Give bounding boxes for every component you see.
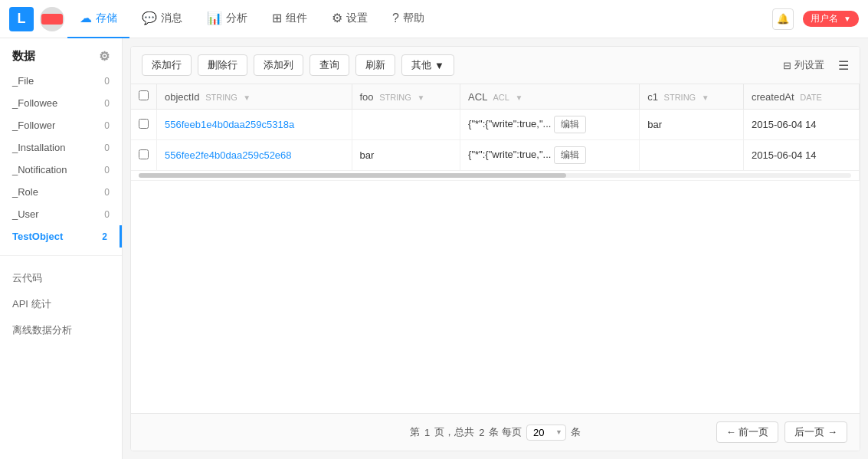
query-button[interactable]: 查询 [310, 54, 349, 76]
main-layout: 数据 ⚙ _File 0 _Followee 0 _Follower 0 _In… [0, 38, 868, 459]
menu-list-icon[interactable]: ☰ [838, 58, 849, 73]
col-foo-type: STRING [379, 93, 411, 102]
row2-checkbox[interactable] [139, 149, 149, 159]
nav-component[interactable]: ⊞ 组件 [260, 0, 319, 38]
toolbar-right: ⊟ 列设置 ☰ [775, 55, 849, 75]
sidebar-item-notification-label: _Notification [12, 164, 67, 175]
chevron-down-icon: ▼ [843, 15, 851, 23]
sidebar-item-user[interactable]: _User 0 [0, 203, 122, 225]
col-acl-type: ACL [493, 93, 509, 102]
sidebar-item-followee[interactable]: _Followee 0 [0, 92, 122, 114]
table-header-row: objectId STRING ▼ foo STRING ▼ ACL ACL [131, 84, 860, 110]
sidebar-item-testobject[interactable]: TestObject 2 [0, 225, 122, 248]
row1-objectid[interactable]: 556feeb1e4b0daa259c5318a [157, 110, 352, 140]
table-row: 556fee2fe4b0daa259c52e68 bar {"*":{"writ… [131, 140, 860, 171]
select-all-checkbox[interactable] [139, 90, 149, 100]
sidebar-cloudcode[interactable]: 云代码 [0, 264, 122, 290]
notification-bell[interactable]: 🔔 [772, 8, 794, 30]
current-page: 1 [424, 427, 430, 438]
page-text-prefix: 第 [410, 425, 420, 439]
column-settings-button[interactable]: ⊟ 列设置 [775, 55, 832, 75]
sidebar-item-follower[interactable]: _Follower 0 [0, 114, 122, 136]
nav-analytics[interactable]: 📊 分析 [195, 0, 260, 38]
sidebar-header: 数据 ⚙ [0, 38, 122, 70]
nav-help-label: 帮助 [403, 11, 424, 25]
prev-page-button[interactable]: ← 前一页 [716, 421, 779, 443]
sidebar-offline-analytics[interactable]: 离线数据分析 [0, 316, 122, 342]
nav-storage[interactable]: ☁ 存储 [67, 0, 129, 38]
sidebar-item-notification-count: 0 [104, 165, 110, 175]
delete-row-button[interactable]: 删除行 [198, 54, 247, 76]
row2-acl-edit-button[interactable]: 编辑 [554, 146, 586, 164]
sidebar-item-file-count: 0 [104, 76, 110, 87]
row1-createdat: 2015-06-04 14 [744, 110, 860, 140]
nav-right: 🔔 用户名 ▼ [772, 8, 859, 30]
next-page-button[interactable]: 后一页 → [784, 421, 847, 443]
row1-acl-edit-button[interactable]: 编辑 [554, 116, 586, 133]
nav-message[interactable]: 💬 消息 [129, 0, 195, 38]
per-page-select[interactable]: 20 50 100 [526, 425, 566, 441]
bell-icon: 🔔 [777, 13, 789, 25]
toolbar: 添加行 删除行 添加列 查询 刷新 其他 ▼ ⊟ 列设置 ☰ [131, 47, 860, 84]
row1-foo [352, 110, 460, 140]
app-logo: L [9, 7, 34, 31]
col-c1-label: c1 [647, 91, 658, 103]
add-col-button[interactable]: 添加列 [254, 54, 303, 76]
scrollbar-row [131, 171, 860, 181]
other-button[interactable]: 其他 ▼ [401, 54, 454, 76]
sidebar-gear-icon[interactable]: ⚙ [99, 49, 110, 64]
page-text-suffix2: 条 [571, 425, 581, 439]
col-acl-label: ACL [468, 91, 487, 103]
page-text-suffix1: 条 每页 [489, 425, 522, 439]
sidebar-item-follower-count: 0 [104, 120, 110, 131]
col-foo-sort-icon[interactable]: ▼ [417, 93, 424, 102]
page-text-middle: 页，总共 [434, 425, 474, 439]
table-wrapper: objectId STRING ▼ foo STRING ▼ ACL ACL [131, 84, 860, 413]
sidebar: 数据 ⚙ _File 0 _Followee 0 _Follower 0 _In… [0, 38, 123, 459]
nav-help[interactable]: ? 帮助 [380, 0, 437, 38]
scrollbar-thumb [139, 173, 566, 178]
th-c1: c1 STRING ▼ [640, 84, 744, 110]
table-row: 556feeb1e4b0daa259c5318a {"*":{"write":t… [131, 110, 860, 140]
user-badge[interactable]: 用户名 ▼ [803, 11, 859, 27]
sidebar-item-file[interactable]: _File 0 [0, 70, 122, 92]
add-row-button[interactable]: 添加行 [142, 54, 192, 76]
row2-objectid[interactable]: 556fee2fe4b0daa259c52e68 [157, 140, 352, 171]
row1-checkbox[interactable] [139, 119, 149, 129]
user-avatar[interactable] [40, 7, 64, 31]
th-foo: foo STRING ▼ [352, 84, 460, 110]
col-objectid-sort-icon[interactable]: ▼ [243, 93, 251, 102]
refresh-button[interactable]: 刷新 [355, 54, 395, 76]
chart-icon: 📊 [207, 11, 222, 25]
col-c1-sort-icon[interactable]: ▼ [702, 93, 709, 102]
col-c1-type: STRING [664, 93, 696, 102]
sidebar-item-follower-label: _Follower [12, 120, 55, 131]
total-count: 2 [479, 427, 484, 438]
row1-acl-value: {"*":{"write":true,"... [468, 118, 551, 130]
dropdown-arrow-icon: ▼ [434, 60, 444, 71]
sidebar-item-followee-count: 0 [104, 98, 110, 109]
row1-c1: bar [640, 110, 744, 140]
data-table: objectId STRING ▼ foo STRING ▼ ACL ACL [131, 84, 860, 181]
col-objectid-type: STRING [205, 93, 237, 102]
scrollbar-track[interactable] [139, 173, 851, 178]
pagination-bar: 第 1 页，总共 2 条 每页 20 50 100 条 ← 前一页 后一页 → [131, 413, 860, 451]
nav-settings[interactable]: ⚙ 设置 [319, 0, 380, 38]
help-icon: ? [392, 11, 399, 25]
nav-message-label: 消息 [161, 11, 182, 25]
col-foo-label: foo [360, 91, 374, 103]
column-settings-icon: ⊟ [783, 60, 791, 71]
col-acl-sort-icon[interactable]: ▼ [516, 93, 523, 102]
sidebar-section-title: 数据 [12, 49, 35, 64]
col-createdat-type: DATE [800, 93, 822, 102]
sidebar-item-role[interactable]: _Role 0 [0, 181, 122, 203]
cloud-icon: ☁ [80, 11, 92, 25]
sidebar-api-stats[interactable]: API 统计 [0, 290, 122, 316]
nav-component-label: 组件 [286, 11, 307, 25]
sidebar-item-user-count: 0 [104, 209, 110, 220]
col-objectid-label: objectId [165, 91, 200, 103]
sidebar-item-notification[interactable]: _Notification 0 [0, 159, 122, 181]
sidebar-item-installation[interactable]: _Installation 0 [0, 136, 122, 159]
th-checkbox [131, 84, 157, 110]
user-name: 用户名 [811, 13, 838, 24]
